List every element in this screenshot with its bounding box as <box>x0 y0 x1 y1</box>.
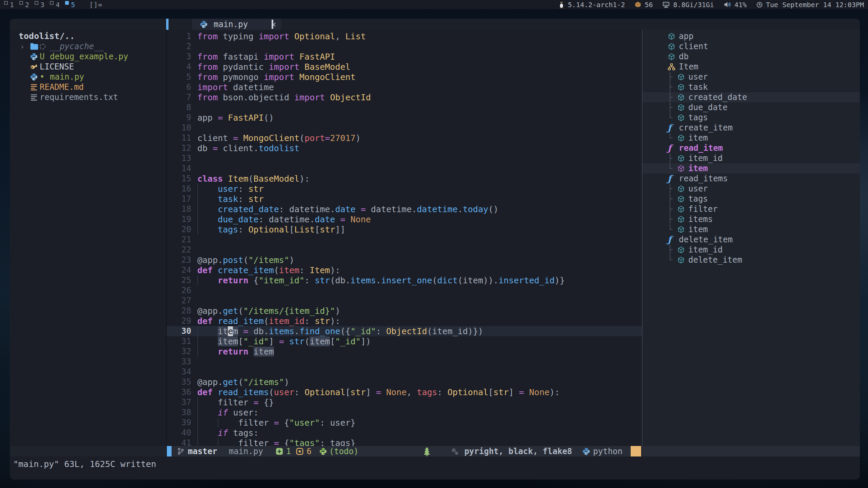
code-line[interactable]: 20▏ tags: Optional[List[str]] <box>167 224 642 235</box>
code-line[interactable]: 35@app.get("/items") <box>167 377 642 387</box>
git-status-badge: • <box>40 72 50 82</box>
code-line[interactable]: 24def create_item(item: Item): <box>167 265 642 275</box>
code-line[interactable]: 39▏ ▏ filter = {"user": user} <box>167 418 642 428</box>
workspace-list: 12345 <box>0 1 80 9</box>
symbol-label: created_date <box>688 93 747 102</box>
outline-symbol-user[interactable]: ├user <box>643 72 860 82</box>
code-line[interactable]: 21 <box>167 235 642 245</box>
code-line[interactable]: 26 <box>167 285 642 296</box>
line-number: 1 <box>167 32 191 41</box>
code-line[interactable]: 38▏ if user: <box>167 407 642 418</box>
symbol-label: item_id <box>688 154 723 163</box>
symbols-outline-panel: appclientdbItem├user├task├created_date├d… <box>643 30 860 446</box>
outline-symbol-user[interactable]: ├user <box>643 184 860 194</box>
code-line-current[interactable]: 30▏ item = db.items.find_one({"_id": Obj… <box>167 326 642 336</box>
git-modified-icon <box>296 447 304 455</box>
workspace-tag-5[interactable]: 5 <box>65 1 75 9</box>
workspace-indicator <box>19 1 23 5</box>
code-line[interactable]: 3from fastapi import FastAPI <box>167 52 642 62</box>
code-line[interactable]: 34 <box>167 367 642 377</box>
clock-icon <box>756 1 763 8</box>
outline-symbol-item[interactable]: └item <box>643 163 860 174</box>
outline-symbol-filter[interactable]: ├filter <box>643 204 860 214</box>
outline-symbol-app[interactable]: app <box>643 31 860 41</box>
code-line[interactable]: 27 <box>167 296 642 306</box>
outline-symbol-client[interactable]: client <box>643 41 860 52</box>
file-tree-root[interactable]: todolist/.. <box>10 31 166 41</box>
code-line[interactable]: 6import datetime <box>167 82 642 92</box>
outline-symbol-items[interactable]: ├items <box>643 214 860 224</box>
symbol-label: item <box>688 225 708 234</box>
code-line[interactable]: 17▏ task: str <box>167 194 642 204</box>
file-tree-item-debug_example.py[interactable]: Udebug_example.py <box>10 52 166 62</box>
code-line[interactable]: 37▏ filter = {} <box>167 397 642 407</box>
code-line[interactable]: 31▏ item["_id"] = str(item["_id"]) <box>167 336 642 346</box>
outline-symbol-created_date[interactable]: ├created_date <box>643 92 860 102</box>
code-line[interactable]: 23@app.post("/items") <box>167 255 642 265</box>
code-line[interactable]: 15class Item(BaseModel): <box>167 174 642 184</box>
code-line[interactable]: 25▏ return {"item_id": str(db.items.inse… <box>167 275 642 285</box>
outline-symbol-Item[interactable]: Item <box>643 62 860 72</box>
code-line[interactable]: 16▏ user: str <box>167 184 642 194</box>
outline-symbol-delete_item[interactable]: ƒdelete_item <box>643 235 860 245</box>
outline-symbol-item_id[interactable]: ├item_id <box>643 245 860 255</box>
workspace-tag-3[interactable]: 3 <box>35 1 44 9</box>
file-tree-item-__pycache__[interactable]: ›__pycache__ <box>10 41 166 52</box>
code-line[interactable]: 5from pymongo import MongoClient <box>167 72 642 82</box>
code-line[interactable]: 12db = client.todolist <box>167 143 642 153</box>
workspace-tag-2[interactable]: 2 <box>19 1 29 9</box>
outline-symbol-item[interactable]: └item <box>643 224 860 235</box>
tab-main-py[interactable]: main.py × <box>192 19 281 30</box>
code-line[interactable]: 2 <box>167 41 642 52</box>
outline-symbol-read_item[interactable]: ƒread_item <box>643 143 860 153</box>
code-line[interactable]: 33 <box>167 357 642 367</box>
status-segment-penguin: 5.14.2-arch1-2 <box>558 0 625 9</box>
code-line[interactable]: 7from bson.objectid import ObjectId <box>167 92 642 102</box>
outline-symbol-tags[interactable]: └tags <box>643 113 860 123</box>
code-line[interactable]: 40▏ if tags: <box>167 428 642 438</box>
code-line[interactable]: 14 <box>167 163 642 174</box>
variable-icon <box>677 216 688 223</box>
code-line[interactable]: 29def read_item(item_id: str): <box>167 316 642 326</box>
code-line[interactable]: 1from typing import Optional, List <box>167 31 642 41</box>
line-number: 29 <box>167 316 191 326</box>
outline-symbol-item_id[interactable]: ├item_id <box>643 153 860 163</box>
workspace-tag-4[interactable]: 4 <box>50 1 60 9</box>
code-line[interactable]: 13 <box>167 153 642 163</box>
code-line[interactable]: 11client = MongoClient(port=27017) <box>167 133 642 143</box>
outline-symbol-task[interactable]: ├task <box>643 82 860 92</box>
file-tree-item-LICENSE[interactable]: LICENSE <box>10 62 166 72</box>
symbol-label: create_item <box>679 123 733 133</box>
variable-icon <box>677 134 688 142</box>
file-tree-item-main.py[interactable]: •main.py <box>10 72 166 82</box>
symbol-label: user <box>688 184 708 194</box>
outline-symbol-delete_item[interactable]: └delete_item <box>643 255 860 265</box>
outline-symbol-read_items[interactable]: ƒread_items <box>643 174 860 184</box>
symbol-label: read_items <box>679 174 728 183</box>
code-line[interactable]: 4from pydantic import BaseModel <box>167 62 642 72</box>
outline-symbol-db[interactable]: db <box>643 52 860 62</box>
workspace-tag-1[interactable]: 1 <box>4 1 14 9</box>
code-line[interactable]: 41▏ ▏ filter = {"tags": tags} <box>167 438 642 446</box>
code-line[interactable]: 8 <box>167 102 642 113</box>
outline-symbol-tags[interactable]: ├tags <box>643 194 860 204</box>
outline-symbol-due_date[interactable]: ├due_date <box>643 102 860 113</box>
outline-symbol-item[interactable]: └item <box>643 133 860 143</box>
code-line[interactable]: 36def read_items(user: Optional[str] = N… <box>167 387 642 397</box>
file-tree-item-README.md[interactable]: README.md <box>10 82 166 92</box>
code-text: from bson.objectid import ObjectId <box>197 93 371 102</box>
code-line[interactable]: 28@app.get("/items/{item_id}") <box>167 306 642 316</box>
code-line[interactable]: 9app = FastAPI() <box>167 113 642 123</box>
status-segment-volume: 41% <box>724 1 747 9</box>
treesitter-icon <box>423 447 431 456</box>
variable-icon <box>677 94 688 101</box>
code-line[interactable]: 10 <box>167 123 642 133</box>
code-line[interactable]: 18▏ created_date: datetime.date = dateti… <box>167 204 642 214</box>
code-line[interactable]: 19▏ due_date: datetime.date = None <box>167 214 642 224</box>
symbol-label: tags <box>688 113 708 122</box>
file-tree-item-requirements.txt[interactable]: requirements.txt <box>10 92 166 102</box>
code-line[interactable]: 32▏ return item <box>167 346 642 357</box>
outline-symbol-create_item[interactable]: ƒcreate_item <box>643 123 860 133</box>
code-line[interactable]: 22 <box>167 245 642 255</box>
line-number: 5 <box>167 72 191 82</box>
